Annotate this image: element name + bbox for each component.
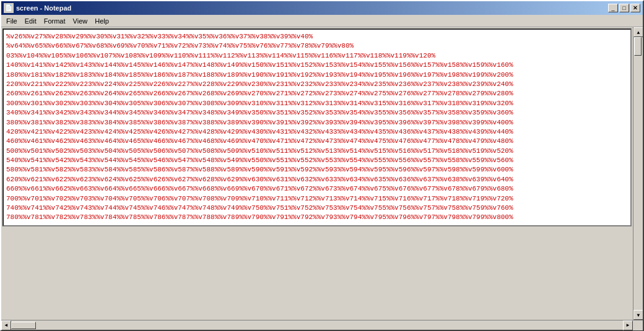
notepad-window: 📄 screen - Notepad _ □ ✕ File Edit Forma… [0, 0, 644, 331]
menu-edit[interactable]: Edit [21, 16, 40, 26]
scroll-thumb-vertical[interactable] [634, 37, 642, 56]
window-title: screen - Notepad [16, 4, 71, 12]
text-area-wrapper: %v26%%v27%%v28%%v29%%v30%%v31%%v32%%v33%… [1, 27, 633, 320]
scroll-right-button[interactable]: ► [623, 320, 633, 330]
title-bar-left: 📄 screen - Notepad [4, 3, 71, 13]
horizontal-scrollbar-container: ◄ ► [1, 320, 643, 330]
editor-area[interactable]: %v26%%v27%%v28%%v29%%v30%%v31%%v32%%v33%… [2, 28, 632, 226]
scroll-thumb-horizontal[interactable] [11, 322, 36, 329]
maximize-button[interactable]: □ [619, 4, 629, 12]
menu-format[interactable]: Format [40, 16, 69, 26]
main-content: %v26%%v27%%v28%%v29%%v30%%v31%%v32%%v33%… [1, 27, 643, 320]
menu-file[interactable]: File [2, 16, 21, 26]
window-controls: _ □ ✕ [608, 4, 640, 12]
menu-bar: File Edit Format View Help [1, 15, 643, 27]
editor-content[interactable]: %v26%%v27%%v28%%v29%%v30%%v31%%v32%%v33%… [4, 30, 630, 225]
scroll-left-button[interactable]: ◄ [1, 320, 11, 330]
resize-corner [633, 320, 643, 330]
scroll-track-vertical[interactable] [633, 37, 643, 310]
minimize-button[interactable]: _ [608, 4, 618, 12]
app-icon: 📄 [4, 3, 14, 13]
scroll-up-button[interactable]: ▲ [633, 27, 643, 37]
scroll-down-button[interactable]: ▼ [633, 310, 643, 320]
menu-view[interactable]: View [69, 16, 92, 26]
vertical-scrollbar[interactable]: ▲ ▼ [633, 27, 643, 320]
title-bar: 📄 screen - Notepad _ □ ✕ [1, 1, 643, 15]
menu-help[interactable]: Help [91, 16, 113, 26]
close-button[interactable]: ✕ [630, 4, 640, 12]
scroll-track-horizontal[interactable] [11, 321, 623, 330]
